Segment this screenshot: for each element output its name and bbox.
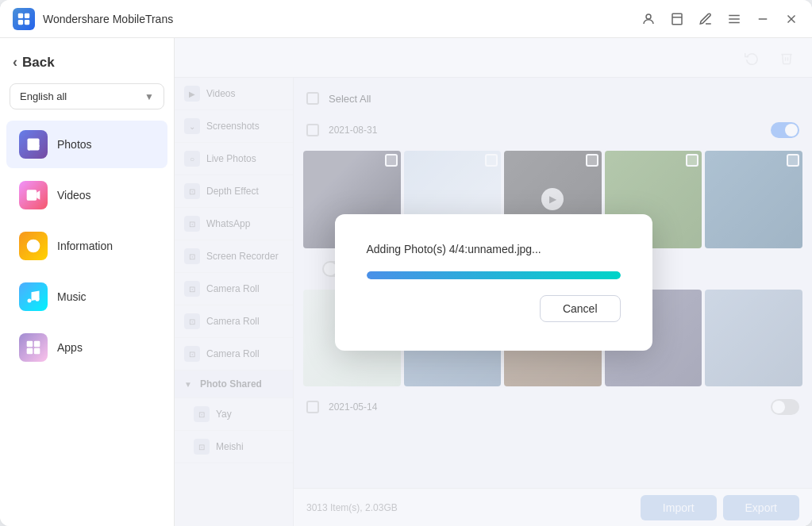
svg-point-4: [646, 14, 651, 19]
main-content: ▶ Videos ⌄ Screenshots ○ Live Photos ⊡ D…: [175, 38, 812, 526]
sidebar-item-photos[interactable]: Photos: [6, 121, 167, 168]
svg-rect-22: [34, 341, 40, 347]
svg-rect-5: [672, 13, 682, 25]
apps-label: Apps: [57, 341, 83, 354]
window-controls: [641, 11, 799, 27]
app-logo: [13, 8, 35, 30]
minimize-icon[interactable]: [755, 11, 771, 27]
modal-overlay: Adding Photo(s) 4/4:unnamed.jpg... Cance…: [175, 38, 812, 526]
app-window: Wondershare MobileTrans: [0, 0, 812, 526]
svg-rect-1: [25, 13, 29, 17]
back-label: Back: [22, 55, 55, 71]
bookmark-icon[interactable]: [669, 11, 685, 27]
svg-point-19: [28, 299, 32, 303]
photos-label: Photos: [57, 138, 92, 151]
menu-icon[interactable]: [726, 11, 742, 27]
sidebar-item-apps[interactable]: Apps: [6, 324, 167, 371]
edit-icon[interactable]: [698, 11, 714, 27]
svg-rect-21: [27, 341, 33, 347]
svg-rect-3: [25, 19, 29, 24]
videos-icon: [19, 181, 48, 209]
music-label: Music: [57, 290, 87, 303]
language-selector[interactable]: English all ▼: [10, 83, 164, 109]
modal-message: Adding Photo(s) 4/4:unnamed.jpg...: [367, 243, 541, 255]
close-icon[interactable]: [783, 11, 799, 27]
svg-rect-23: [27, 348, 33, 355]
progress-bar-fill: [367, 271, 621, 279]
apps-icon: [19, 333, 48, 362]
modal-actions: Cancel: [367, 295, 621, 322]
title-bar: Wondershare MobileTrans: [0, 0, 812, 38]
svg-point-14: [30, 141, 33, 144]
progress-bar-container: [367, 271, 621, 279]
svg-rect-24: [34, 348, 40, 355]
sidebar-item-music[interactable]: Music: [6, 273, 167, 321]
svg-rect-15: [27, 190, 37, 200]
content-area: ‹ Back English all ▼ Photos Videos: [0, 38, 812, 526]
back-button[interactable]: ‹ Back: [0, 48, 174, 83]
progress-modal: Adding Photo(s) 4/4:unnamed.jpg... Cance…: [335, 214, 652, 351]
app-title: Wondershare MobileTrans: [43, 13, 641, 25]
svg-point-20: [36, 298, 40, 301]
sidebar-item-videos[interactable]: Videos: [6, 171, 167, 219]
photos-icon: [19, 130, 48, 159]
music-icon: [19, 282, 48, 311]
chevron-down-icon: ▼: [144, 91, 154, 102]
cancel-button[interactable]: Cancel: [540, 295, 621, 322]
profile-icon[interactable]: [641, 11, 656, 27]
sidebar: ‹ Back English all ▼ Photos Videos: [0, 38, 175, 526]
videos-label: Videos: [57, 189, 91, 202]
back-arrow-icon: ‹: [13, 54, 17, 71]
information-icon: [19, 232, 48, 260]
svg-rect-2: [18, 19, 23, 24]
lang-label: English all: [20, 90, 67, 102]
information-label: Information: [57, 240, 113, 252]
svg-rect-0: [18, 13, 23, 17]
sidebar-item-information[interactable]: Information: [6, 222, 167, 270]
